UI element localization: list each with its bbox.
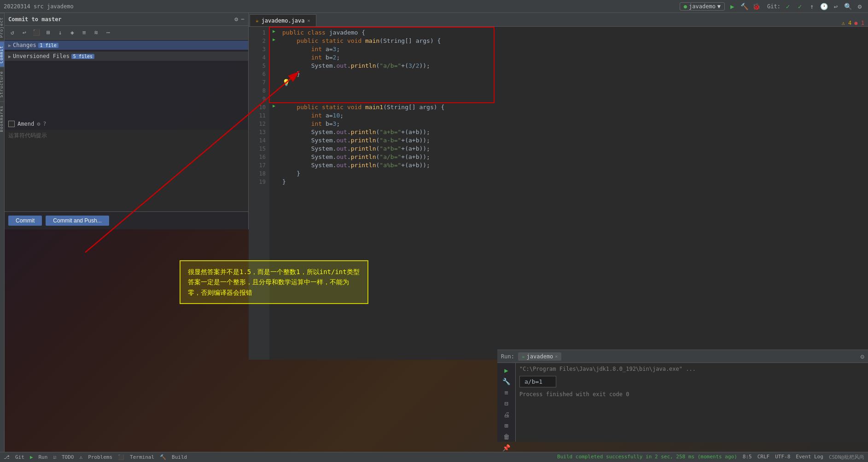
unversioned-header[interactable]: ▶ Unversioned Files 5 files xyxy=(5,52,248,61)
revert-icon[interactable]: ≋ xyxy=(91,28,101,38)
bottom-git-label[interactable]: Git xyxy=(15,454,24,460)
unversioned-label: Unversioned Files xyxy=(13,53,70,59)
run-list-icon[interactable]: ≡ xyxy=(500,389,513,396)
run-command: "C:\Program Files\Java\jdk1.8.0_192\bin\… xyxy=(519,366,864,372)
run-tab-bar: Run: ☕ javademo ✕ ⚙ xyxy=(497,350,868,363)
code-line-6: } xyxy=(282,70,864,78)
commit-message-placeholder: 运算符代码提示 xyxy=(8,132,245,140)
left-strip: Project Commit Structure Bookmarks xyxy=(0,13,5,452)
play-btn[interactable]: ▶ xyxy=(728,2,737,11)
dropdown-icon: ▼ xyxy=(717,3,721,10)
bottom-terminal-icon[interactable]: ⬛ xyxy=(118,454,124,460)
build-btn[interactable]: 🔨 xyxy=(740,2,749,11)
panel-header-icons: ⚙ − xyxy=(234,16,245,23)
filter-icon[interactable]: ⬛ xyxy=(31,28,41,38)
csdn-label: CSDN@枇杷风尚 xyxy=(829,454,864,461)
bottom-run-label[interactable]: Run xyxy=(39,454,48,460)
cursor-position: 8:5 xyxy=(743,454,752,461)
run-panel-settings[interactable]: ⚙ xyxy=(861,353,864,360)
event-log[interactable]: Event Log xyxy=(796,454,823,461)
encoding: UTF-8 xyxy=(775,454,790,461)
git-push[interactable]: ↑ xyxy=(807,2,816,11)
bottom-problems-icon[interactable]: ⚠ xyxy=(80,454,83,460)
sidebar-item-project[interactable]: Project xyxy=(0,13,4,41)
changes-label: Changes xyxy=(13,42,36,48)
code-line-11: int a=10; xyxy=(282,111,864,120)
search-icon[interactable]: 🔍 xyxy=(843,2,852,11)
gutter: ▶ ▶ ▶ xyxy=(269,27,279,360)
diff-icon[interactable]: ◈ xyxy=(67,28,77,38)
run-print-icon[interactable]: 🖨 xyxy=(500,411,513,418)
bottom-build-icon[interactable]: 🔨 xyxy=(160,454,166,460)
bottom-todo-icon[interactable]: ☑ xyxy=(53,454,56,460)
bottom-problems-label[interactable]: Problems xyxy=(88,454,112,460)
run-content-area: ▶ 🔧 ≡ ⊟ 🖨 ⊞ 🗑 📌 "C:\Program Files\Java\j… xyxy=(497,363,868,442)
project-badge[interactable]: ● javademo ▼ xyxy=(680,2,725,11)
breadcrumb: 20220314 src javademo xyxy=(4,3,74,10)
amend-checkbox[interactable] xyxy=(8,121,15,127)
amend-label: Amend xyxy=(17,121,34,127)
unversioned-group: ▶ Unversioned Files 5 files xyxy=(5,51,248,62)
git-undo[interactable]: ↩ xyxy=(831,2,840,11)
settings-icon[interactable]: ⚙ xyxy=(855,2,864,11)
more-icon[interactable]: ⋯ xyxy=(103,28,113,38)
bottom-bar-right: Build completed successfully in 2 sec, 2… xyxy=(557,454,864,461)
bottom-git-icon[interactable]: ⎇ xyxy=(4,454,10,460)
code-line-10: public static void main1(String[] args) … xyxy=(282,103,864,111)
amend-settings-icon[interactable]: ⚙ xyxy=(37,121,40,127)
bottom-build-label[interactable]: Build xyxy=(172,454,187,460)
commit-button[interactable]: Commit xyxy=(8,216,42,226)
changes-count: 1 file xyxy=(38,43,58,48)
amend-help-icon[interactable]: ? xyxy=(43,121,46,127)
run-layout-icon[interactable]: ⊞ xyxy=(500,422,513,429)
run-pin-icon[interactable]: 📌 xyxy=(500,444,513,451)
code-line-14: System.out.println("a-b="+(a+b)); xyxy=(282,136,864,145)
bottom-bar: ⎇ Git ▶ Run ☑ TODO ⚠ Problems ⬛ Terminal… xyxy=(0,452,868,462)
sidebar-item-bookmarks[interactable]: Bookmarks xyxy=(0,101,4,136)
tab-file-icon: ☕ xyxy=(256,18,259,23)
commit-buttons-area: Commit Commit and Push... xyxy=(5,211,248,229)
tab-javademo[interactable]: ☕ javademo.java ✕ xyxy=(250,14,316,26)
annotation-text: 很显然答案并不是1.5，而是一个整数1，所以int/int类型答案一定是一个整形… xyxy=(188,268,360,296)
run-name: javademo xyxy=(527,353,553,360)
expand-icon[interactable]: ⊞ xyxy=(43,28,53,38)
editor-area: ☕ javademo.java ✕ ⚠ 4 ● 1 1 2 3 4 5 6 7 … xyxy=(249,13,868,452)
run-wrench-icon[interactable]: 🔧 xyxy=(500,378,513,385)
panel-settings-icon[interactable]: ⚙ xyxy=(234,16,238,23)
project-icon: ● xyxy=(684,3,687,10)
sidebar-item-structure[interactable]: Structure xyxy=(0,67,4,101)
git-check[interactable]: ✓ xyxy=(783,2,792,11)
run-filter-icon[interactable]: ⊟ xyxy=(500,400,513,407)
run-name-tab[interactable]: ☕ javademo ✕ xyxy=(518,352,561,361)
git-check2[interactable]: ✓ xyxy=(795,2,804,11)
undo-icon[interactable]: ↩ xyxy=(19,28,29,38)
editor-top-right: ⚠ 4 ● 1 xyxy=(842,20,868,26)
menu-bar: 20220314 src javademo ● javademo ▼ ▶ 🔨 🐞… xyxy=(0,0,868,13)
collapse-icon[interactable]: ↓ xyxy=(55,28,65,38)
bottom-run-icon[interactable]: ▶ xyxy=(30,454,33,460)
run-tab-close[interactable]: ✕ xyxy=(555,354,558,359)
debug-btn[interactable]: 🐞 xyxy=(751,2,761,11)
code-line-18: } xyxy=(282,170,864,178)
commit-push-button[interactable]: Commit and Push... xyxy=(46,216,109,226)
bottom-terminal-label[interactable]: Terminal xyxy=(130,454,154,460)
git-time[interactable]: 🕐 xyxy=(819,2,828,11)
refresh-icon[interactable]: ↺ xyxy=(7,28,17,38)
tab-filename: javademo.java xyxy=(262,18,305,24)
code-editor: 1 2 3 4 5 6 7 8 9 10 11 12 13 14 15 16 1… xyxy=(249,27,868,360)
run-play-icon[interactable]: ▶ xyxy=(500,367,513,374)
changes-header[interactable]: ▶ Changes 1 file xyxy=(5,41,248,50)
annotation-box: 很显然答案并不是1.5，而是一个整数1，所以int/int类型答案一定是一个整形… xyxy=(180,260,368,304)
editor-tabs: ☕ javademo.java ✕ ⚠ 4 ● 1 xyxy=(249,13,868,27)
commit-message-area: 运算符代码提示 xyxy=(5,130,248,212)
history-icon[interactable]: ≡ xyxy=(79,28,89,38)
panel-minimize-icon[interactable]: − xyxy=(241,16,245,23)
code-content[interactable]: public class javademo { public static vo… xyxy=(279,27,868,360)
run-left-icons: ▶ 🔧 ≡ ⊟ 🖨 ⊞ 🗑 📌 xyxy=(497,363,516,442)
code-line-4: int b=2; xyxy=(282,53,864,62)
bottom-todo-label[interactable]: TODO xyxy=(62,454,74,460)
run-trash-icon[interactable]: 🗑 xyxy=(500,433,513,440)
tab-close-icon[interactable]: ✕ xyxy=(308,18,310,23)
sidebar-item-commit[interactable]: Commit xyxy=(0,41,4,67)
code-line-15: System.out.println("a*b="+(a+b)); xyxy=(282,145,864,153)
